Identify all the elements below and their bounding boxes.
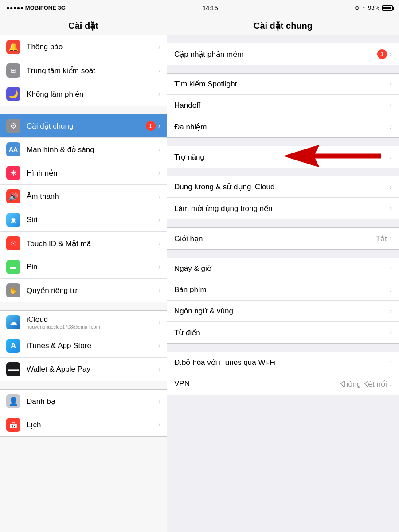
quyen-rieng-tu-label: Quyền riêng tư [27,286,158,295]
right-item-tu-dien[interactable]: Từ điển › [167,322,399,343]
hinh-nen-chevron: › [158,169,160,177]
right-item-ngay-gio[interactable]: Ngày & giờ › [167,258,399,279]
vpn-label: VPN [174,379,339,388]
tim-kiem-label: Tìm kiếm Spotlight [174,79,390,89]
itunes-chevron: › [158,342,160,350]
cap-nhat-label: Cập nhật phần mềm [174,50,377,59]
cai-dat-chung-icon: ⚙ [6,119,20,133]
itunes-label: iTunes & App Store [27,341,158,350]
cai-dat-chung-label: Cài đặt chung [27,121,146,131]
quyen-rieng-tu-icon: ✋ [6,283,20,297]
time-label: 14:15 [203,4,218,12]
lich-label: Lịch [27,420,158,430]
pin-icon: ▬ [6,260,20,274]
wallet-icon: ▬▬ [6,362,20,376]
right-item-ngon-ngu[interactable]: Ngôn ngữ & vùng › [167,301,399,322]
am-thanh-icon: 🔊 [6,189,20,203]
am-thanh-label: Âm thanh [27,192,158,201]
sidebar-item-wallet[interactable]: ▬▬ Wallet & Apple Pay › [0,358,167,381]
location-icon: ⊕ [355,4,360,11]
sidebar-item-danh-ba[interactable]: 👤 Danh bạ › [0,390,167,413]
sidebar: Cài đặt 🔔 Thông báo › ⊞ Trung tâm kiểm s… [0,16,167,532]
sidebar-item-trung-tam[interactable]: ⊞ Trung tâm kiểm soát › [0,59,167,82]
right-item-tim-kiem[interactable]: Tìm kiếm Spotlight › [167,74,399,95]
sidebar-group-3: 👤 Danh bạ › 📅 Lịch › [0,389,167,437]
touch-id-icon: ☉ [6,236,20,250]
right-item-gioi-han[interactable]: Giới hạn Tắt › [167,228,399,249]
right-item-dbh-itunes[interactable]: Đ.bộ hóa với iTunes qua Wi-Fi › [167,352,399,373]
signal-icon: ↑ [362,4,365,11]
handoff-label: Handoff [174,101,390,110]
sidebar-item-touch-id[interactable]: ☉ Touch ID & Mật mã › [0,232,167,255]
sidebar-item-khong-lam-phien[interactable]: 🌙 Không làm phiền › [0,82,167,106]
tro-nang-chevron: › [390,153,392,161]
gioi-han-label: Giới hạn [174,234,376,243]
lam-moi-chevron: › [390,204,392,212]
touch-id-label: Touch ID & Mật mã [27,239,158,248]
sidebar-item-thong-bao[interactable]: 🔔 Thông báo › [0,35,167,59]
lich-icon: 📅 [6,418,20,432]
right-group-0: Cập nhật phần mềm 1 › [167,43,399,65]
lich-chevron: › [158,421,160,429]
man-hinh-chevron: › [158,145,160,153]
right-group-1: Tìm kiếm Spotlight › Handoff › Đa nhiệm … [167,73,399,138]
man-hinh-label: Màn hình & độ sáng [27,145,158,154]
right-item-ban-phim[interactable]: Bàn phím › [167,279,399,301]
right-panel-title: Cài đặt chung [167,16,399,35]
cap-nhat-badge: 1 [377,49,387,59]
khong-lam-phien-label: Không làm phiền [27,90,158,99]
siri-icon: ◉ [6,213,20,227]
dbh-itunes-chevron: › [390,359,392,367]
trung-tam-icon: ⊞ [6,63,20,78]
carrier-label: ●●●●● MOBIFONE 3G [6,4,66,11]
gioi-han-chevron: › [390,235,392,243]
sidebar-item-quyen-rieng-tu[interactable]: ✋ Quyền riêng tư › [0,279,167,302]
trung-tam-label: Trung tâm kiểm soát [27,66,158,75]
tim-kiem-chevron: › [390,80,392,88]
siri-chevron: › [158,216,160,224]
ngay-gio-chevron: › [390,265,392,273]
right-group-5: Đ.bộ hóa với iTunes qua Wi-Fi › VPN Khôn… [167,352,399,395]
ngon-ngu-chevron: › [390,307,392,315]
right-item-lam-moi[interactable]: Làm mới ứng dụng trong nền › [167,198,399,219]
sidebar-item-cai-dat-chung[interactable]: ⚙ Cài đặt chung 1 › [0,114,167,138]
right-item-vpn[interactable]: VPN Không Kết nối › [167,373,399,395]
right-group-tro-nang: Trợ năng › [167,146,399,168]
right-item-da-nhiem[interactable]: Đa nhiệm › [167,116,399,137]
right-item-handoff[interactable]: Handoff › [167,95,399,116]
sidebar-item-lich[interactable]: 📅 Lịch › [0,413,167,436]
sidebar-group-1: ⚙ Cài đặt chung 1 › AA Màn hình & độ sán… [0,114,167,302]
sidebar-item-icloud[interactable]: ☁ iCloud nguyenphuocloc1708@gmail.com › [0,311,167,334]
danh-ba-label: Danh bạ [27,397,158,406]
sidebar-group-0: 🔔 Thông báo › ⊞ Trung tâm kiểm soát › 🌙 … [0,35,167,106]
wallet-label: Wallet & Apple Pay [27,365,158,374]
quyen-rieng-tu-chevron: › [158,286,160,294]
right-group-4: Ngày & giờ › Bàn phím › Ngôn ngữ & vùng … [167,258,399,344]
danh-ba-icon: 👤 [6,394,20,408]
tro-nang-label: Trợ năng [174,153,390,162]
right-item-tro-nang[interactable]: Trợ năng › [167,146,399,168]
touch-id-chevron: › [158,239,160,247]
right-item-dung-luong[interactable]: Dung lượng & sử dụng iCloud › [167,176,399,198]
icloud-icon: ☁ [6,315,20,329]
gioi-han-value: Tắt [376,234,387,243]
right-item-cap-nhat[interactable]: Cập nhật phần mềm 1 › [167,43,399,65]
status-right: ⊕ ↑ 93% [355,4,393,11]
sidebar-item-siri[interactable]: ◉ Siri › [0,208,167,232]
sidebar-item-am-thanh[interactable]: 🔊 Âm thanh › [0,185,167,208]
wallet-chevron: › [158,365,160,373]
battery-percent: 93% [368,4,379,11]
sidebar-item-pin[interactable]: ▬ Pin › [0,255,167,279]
vpn-value: Không Kết nối [339,379,387,389]
cai-dat-chung-chevron: › [158,122,160,130]
khong-lam-phien-icon: 🌙 [6,87,20,101]
thong-bao-chevron: › [158,43,160,51]
pin-label: Pin [27,262,158,271]
sidebar-item-man-hinh[interactable]: AA Màn hình & độ sáng › [0,138,167,161]
khong-lam-phien-chevron: › [158,90,160,98]
sidebar-item-hinh-nen[interactable]: ✳ Hình nền › [0,161,167,185]
am-thanh-chevron: › [158,192,160,200]
tu-dien-label: Từ điển [174,328,390,337]
sidebar-item-itunes[interactable]: A iTunes & App Store › [0,334,167,358]
status-bar: ●●●●● MOBIFONE 3G 14:15 ⊕ ↑ 93% [0,0,399,16]
